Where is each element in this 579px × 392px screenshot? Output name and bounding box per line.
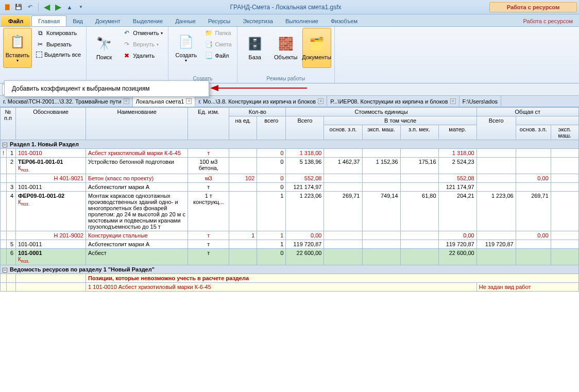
- cell[interactable]: [7, 274, 16, 283]
- cell[interactable]: 0: [257, 183, 286, 192]
- cell[interactable]: [551, 149, 578, 158]
- cell[interactable]: [551, 183, 578, 192]
- col-tvsego[interactable]: Всего: [476, 116, 516, 140]
- data-grid[interactable]: № п.п Обоснование Наименование Ед. изм. …: [0, 107, 579, 292]
- cell[interactable]: 1 223,06: [286, 192, 324, 231]
- cell[interactable]: [400, 183, 438, 192]
- cell[interactable]: [1, 274, 7, 283]
- cell[interactable]: [362, 149, 400, 158]
- back-icon[interactable]: ◀: [42, 2, 52, 12]
- cell[interactable]: 119 720,87: [438, 240, 476, 249]
- cell[interactable]: 749,14: [362, 192, 400, 231]
- cell[interactable]: 269,71: [324, 192, 362, 231]
- cell[interactable]: 2 524,23: [438, 158, 476, 174]
- redo-button[interactable]: ↷Вернуть ▾: [121, 39, 165, 49]
- doc-tab[interactable]: Р...\ИЕР08. Конструкции из кирпича и бло…: [327, 96, 459, 107]
- close-icon[interactable]: ×: [186, 98, 192, 104]
- table-row[interactable]: 3101-0011Асботекстолит марки Ат0121 174,…: [1, 183, 579, 192]
- section-cell[interactable]: − Раздел 1. Новый Раздел: [1, 140, 579, 149]
- cell[interactable]: Асботекстолит марки А: [86, 240, 188, 249]
- tab-resources[interactable]: Ресурсы: [202, 16, 236, 26]
- cell[interactable]: [362, 174, 400, 183]
- cell[interactable]: [1, 158, 7, 174]
- cell[interactable]: 0: [257, 149, 286, 158]
- cell[interactable]: [324, 231, 362, 240]
- cell[interactable]: [516, 240, 551, 249]
- cell[interactable]: [362, 183, 400, 192]
- cell[interactable]: [1, 249, 7, 265]
- table-row[interactable]: 2ТЕР06-01-001-01Кпоз.Устройство бетонной…: [1, 158, 579, 174]
- cell[interactable]: 0: [257, 158, 286, 174]
- cell[interactable]: [324, 249, 362, 265]
- cell[interactable]: Н 201-9002: [16, 231, 86, 240]
- cell[interactable]: т: [188, 249, 229, 265]
- cell[interactable]: 269,71: [516, 192, 551, 231]
- cell[interactable]: [229, 240, 257, 249]
- cell[interactable]: [1, 240, 7, 249]
- search-button[interactable]: 🔭 Поиск: [90, 28, 118, 68]
- tab-execution[interactable]: Выполнение: [279, 16, 325, 26]
- cell[interactable]: [1, 174, 7, 183]
- cell[interactable]: [324, 149, 362, 158]
- col-osn[interactable]: основ. з.п.: [324, 125, 362, 140]
- cell[interactable]: [476, 149, 516, 158]
- cell[interactable]: [16, 274, 86, 283]
- cell[interactable]: 0,00: [286, 231, 324, 240]
- cell[interactable]: 5 138,96: [286, 158, 324, 174]
- doc-tab[interactable]: г. Мо...\3.8. Конструкции из кирпича и б…: [195, 96, 327, 107]
- cell[interactable]: Асбест хризотиловый марки К-6-45: [86, 149, 188, 158]
- cell[interactable]: 121 174,97: [286, 183, 324, 192]
- cell[interactable]: т: [188, 149, 229, 158]
- cell[interactable]: Позиции, которые невозможно учесть в рас…: [86, 274, 579, 283]
- cell[interactable]: [400, 149, 438, 158]
- cell[interactable]: 1: [7, 149, 16, 158]
- doc-tab[interactable]: Локальная смета1×: [133, 96, 196, 107]
- cell[interactable]: [7, 283, 16, 292]
- cell[interactable]: 119 720,87: [476, 240, 516, 249]
- cell[interactable]: [551, 249, 578, 265]
- cell[interactable]: 119 720,87: [286, 240, 324, 249]
- col-vsego[interactable]: всего: [257, 116, 286, 140]
- cell[interactable]: [229, 183, 257, 192]
- cell[interactable]: м3: [188, 174, 229, 183]
- col-teksp[interactable]: эксп. маш.: [551, 125, 578, 140]
- cell[interactable]: [362, 240, 400, 249]
- table-row[interactable]: 4ФЕР09-01-001-02Кпоз.Монтаж каркасов одн…: [1, 192, 579, 231]
- app-icon[interactable]: ▇: [2, 2, 12, 12]
- cell[interactable]: 101-0001Кпоз.: [16, 249, 86, 265]
- cell[interactable]: 1 462,37: [324, 158, 362, 174]
- tab-document[interactable]: Документ: [89, 16, 127, 26]
- cell[interactable]: 175,16: [400, 158, 438, 174]
- cell[interactable]: 0,00: [516, 174, 551, 183]
- cell[interactable]: [1, 192, 7, 231]
- forward-icon[interactable]: ▶: [53, 2, 63, 12]
- cell[interactable]: 552,08: [438, 174, 476, 183]
- cell[interactable]: Асбест: [86, 249, 188, 265]
- cell[interactable]: 22 600,00: [438, 249, 476, 265]
- cell[interactable]: [229, 249, 257, 265]
- cell[interactable]: 61,80: [400, 192, 438, 231]
- collapse-icon[interactable]: −: [3, 143, 7, 147]
- cell[interactable]: [476, 158, 516, 174]
- cell[interactable]: [362, 249, 400, 265]
- col-zpm[interactable]: з.п. мех.: [400, 125, 438, 140]
- cell[interactable]: [476, 174, 516, 183]
- col-eksp[interactable]: эксп. маш.: [362, 125, 400, 140]
- error-header-row[interactable]: Позиции, которые невозможно учесть в рас…: [1, 274, 579, 283]
- undo-button[interactable]: ↶Отменить ▾: [121, 28, 165, 38]
- tab-expertise[interactable]: Экспертиза: [236, 16, 279, 26]
- cell[interactable]: [229, 158, 257, 174]
- cell[interactable]: 552,08: [286, 174, 324, 183]
- cell[interactable]: [1, 183, 7, 192]
- file-button[interactable]: 📃Файл: [202, 50, 233, 61]
- col-naed[interactable]: на ед.: [229, 116, 257, 140]
- section-row[interactable]: − Раздел 1. Новый Раздел: [1, 140, 579, 149]
- cell[interactable]: Не задан вид работ: [476, 283, 578, 292]
- cell[interactable]: 22 600,00: [286, 249, 324, 265]
- cell[interactable]: [516, 158, 551, 174]
- base-button[interactable]: 🗄️ База: [241, 28, 269, 68]
- cell[interactable]: 0: [257, 174, 286, 183]
- table-row[interactable]: !1101-0010Асбест хризотиловый марки К-6-…: [1, 149, 579, 158]
- section-cell[interactable]: − Ведомость ресурсов по разделу 1 "Новый…: [1, 265, 579, 274]
- folder-button[interactable]: 📁Папка: [202, 28, 233, 38]
